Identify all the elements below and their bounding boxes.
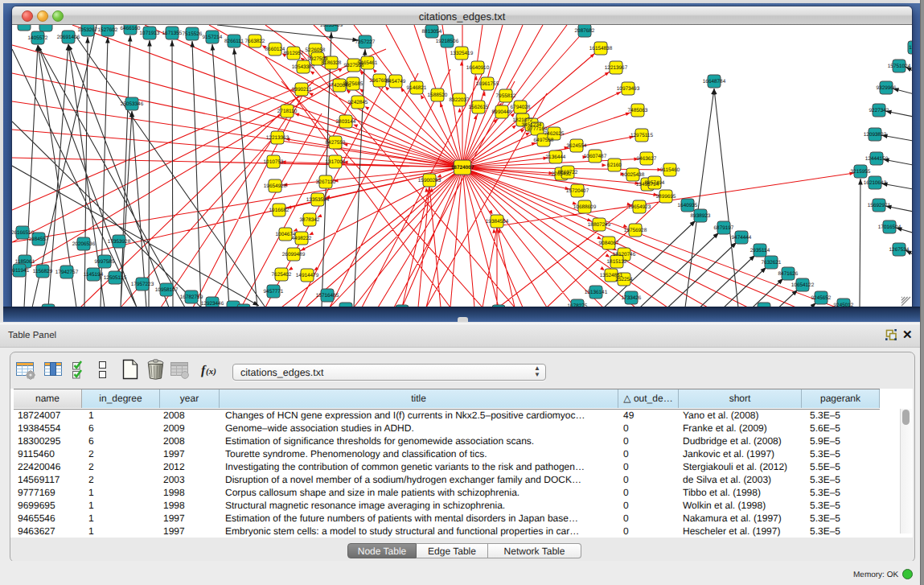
svg-text:9899695: 9899695 [656, 194, 676, 200]
svg-text:9084067: 9084067 [599, 241, 619, 246]
svg-text:9329966: 9329966 [877, 85, 897, 91]
svg-text:8427552: 8427552 [326, 140, 346, 146]
svg-text:15751024: 15751024 [888, 64, 911, 69]
svg-text:(x): (x) [206, 367, 216, 377]
svg-text:252254: 252254 [615, 277, 633, 282]
svg-text:9457771: 9457771 [264, 289, 284, 295]
svg-text:16154838: 16154838 [589, 46, 613, 51]
svg-text:7663822: 7663822 [245, 39, 265, 44]
svg-text:17957223: 17957223 [131, 282, 154, 287]
svg-text:26166510: 26166510 [12, 230, 35, 236]
svg-text:16961755: 16961755 [476, 81, 499, 87]
svg-text:19218506: 19218506 [436, 39, 459, 44]
svg-text:15716485: 15716485 [316, 293, 339, 299]
svg-text:8863722: 8863722 [558, 170, 578, 175]
svg-text:16782759: 16782759 [180, 295, 203, 300]
svg-text:1112: 1112 [909, 45, 912, 51]
svg-text:7632621: 7632621 [762, 260, 782, 266]
svg-text:17353928: 17353928 [108, 239, 131, 245]
svg-text:8957494: 8957494 [645, 180, 665, 186]
svg-text:1916682: 1916682 [269, 208, 290, 213]
svg-text:1562615: 1562615 [469, 105, 489, 110]
svg-text:7485063: 7485063 [628, 108, 648, 113]
svg-text:8912957: 8912957 [284, 51, 304, 56]
svg-text:25053346: 25053346 [121, 101, 144, 107]
svg-text:1405572: 1405572 [28, 35, 48, 41]
svg-text:18120746: 18120746 [613, 252, 636, 257]
svg-text:16210643: 16210643 [864, 180, 887, 186]
svg-text:8266111: 8266111 [224, 39, 244, 44]
svg-text:9227342: 9227342 [869, 108, 889, 113]
svg-text:10607487: 10607487 [584, 154, 607, 159]
svg-text:17942757: 17942757 [55, 270, 79, 275]
svg-text:18724007: 18724007 [451, 165, 474, 171]
svg-text:3875685: 3875685 [343, 81, 363, 87]
svg-text:8660124: 8660124 [265, 47, 285, 52]
svg-text:3878342: 3878342 [300, 217, 320, 223]
svg-text:7625402: 7625402 [272, 272, 292, 278]
svg-text:8990448: 8990448 [492, 109, 512, 115]
svg-text:1527602: 1527602 [98, 27, 118, 33]
svg-text:6497568: 6497568 [534, 138, 554, 143]
svg-text:9474444: 9474444 [732, 235, 752, 241]
svg-text:7515526: 7515526 [183, 31, 203, 37]
svg-text:1317004: 1317004 [326, 159, 346, 165]
svg-text:8813054: 8813054 [422, 29, 442, 35]
svg-text:10688609: 10688609 [573, 204, 597, 210]
svg-text:5226058: 5226058 [306, 47, 326, 53]
svg-text:12975115: 12975115 [630, 133, 653, 138]
svg-text:8938923: 8938923 [691, 213, 711, 219]
svg-text:5465461: 5465461 [358, 60, 378, 66]
svg-text:9997585: 9997585 [95, 259, 115, 265]
svg-text:12444159: 12444159 [865, 156, 889, 162]
svg-text:8471626: 8471626 [778, 271, 799, 277]
svg-text:15900283: 15900283 [418, 178, 441, 183]
svg-text:2803144: 2803144 [336, 119, 356, 125]
svg-text:15720407: 15720407 [566, 188, 589, 194]
svg-text:12213363: 12213363 [266, 135, 290, 141]
svg-text:9463627: 9463627 [637, 156, 657, 162]
svg-text:2718110: 2718110 [277, 109, 298, 114]
svg-text:9245652: 9245652 [811, 295, 832, 301]
svg-text:2967608: 2967608 [370, 78, 390, 84]
svg-text:20206536: 20206536 [72, 241, 96, 247]
svg-text:10543382: 10543382 [292, 64, 315, 70]
svg-text:8322037: 8322037 [450, 97, 470, 103]
svg-text:1071913: 1071913 [140, 31, 160, 36]
svg-text:6879197: 6879197 [714, 225, 734, 231]
svg-text:6794028: 6794028 [511, 105, 531, 110]
svg-text:9115460: 9115460 [660, 167, 680, 173]
svg-text:10973493: 10973493 [617, 86, 640, 92]
svg-text:9390211: 9390211 [292, 87, 312, 93]
svg-text:15136141: 15136141 [585, 290, 608, 295]
svg-text:12505135: 12505135 [104, 275, 127, 281]
svg-text:8186328: 8186328 [322, 60, 342, 66]
svg-text:10654122: 10654122 [791, 282, 815, 288]
svg-text:1145194: 1145194 [84, 272, 104, 278]
svg-text:13325419: 13325419 [450, 51, 474, 56]
svg-text:3267110: 3267110 [316, 179, 336, 185]
svg-text:3911941: 3911941 [12, 268, 30, 274]
svg-text:10025438: 10025438 [622, 172, 645, 178]
svg-text:1640935: 1640935 [678, 203, 698, 208]
svg-text:14914479: 14914479 [296, 273, 319, 278]
svg-text:3624554: 3624554 [567, 143, 587, 149]
svg-text:1156829: 1156829 [33, 269, 53, 274]
svg-text:2087682: 2087682 [575, 28, 595, 34]
svg-text:9157214: 9157214 [203, 35, 223, 40]
svg-text:18807249: 18807249 [588, 222, 611, 228]
svg-text:13353594: 13353594 [306, 197, 330, 203]
svg-text:12213967: 12213967 [605, 65, 628, 71]
svg-text:1671355: 1671355 [162, 31, 183, 36]
svg-text:1267534: 1267534 [889, 247, 910, 253]
svg-text:9146821: 9146821 [407, 85, 427, 91]
svg-text:1053267: 1053267 [78, 27, 98, 33]
svg-text:7955812: 7955812 [496, 93, 516, 99]
svg-text:6466160: 6466160 [121, 26, 141, 31]
svg-text:2136444: 2136444 [546, 154, 566, 160]
svg-text:20691406: 20691406 [57, 35, 80, 40]
svg-text:7462625: 7462625 [544, 131, 565, 137]
svg-text:19384554: 19384554 [486, 219, 509, 225]
svg-text:9242845: 9242845 [348, 100, 368, 105]
svg-text:1010753: 1010753 [264, 159, 284, 165]
